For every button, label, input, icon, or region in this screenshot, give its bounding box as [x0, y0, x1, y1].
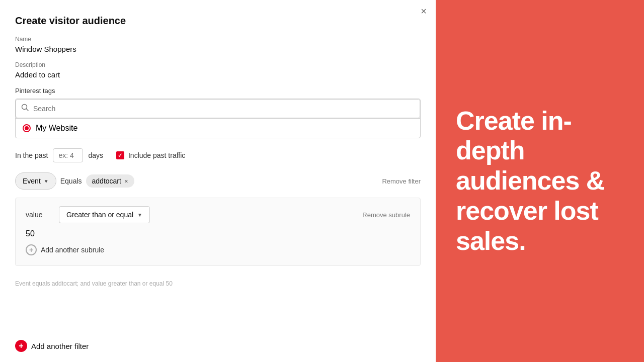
chevron-down-icon: ▼	[137, 212, 142, 218]
equals-label: Equals	[60, 177, 82, 185]
description-value: Added to cart	[15, 70, 421, 79]
name-value: Window Shoppers	[15, 45, 421, 53]
add-subrule-label: Add another subrule	[41, 246, 104, 254]
subrule-number: 50	[26, 229, 410, 238]
checkmark-icon: ✓	[118, 152, 122, 159]
search-box	[16, 99, 420, 118]
tags-container: My Website	[15, 99, 421, 138]
event-btn-label: Event	[23, 177, 41, 185]
remove-filter-button[interactable]: Remove filter	[382, 177, 421, 185]
tag-option-label: My Website	[36, 124, 77, 133]
include-past-row: ✓ Include past traffic	[116, 151, 185, 159]
greater-than-dropdown[interactable]: Greater than or equal ▼	[59, 206, 150, 223]
plus-circle-icon: +	[26, 244, 37, 255]
greater-than-label: Greater than or equal	[66, 211, 133, 219]
add-filter-label: Add another filter	[31, 342, 89, 350]
days-label: days	[88, 151, 103, 159]
summary-text: Event equals addtocart; and value greate…	[15, 280, 421, 287]
chip-remove-button[interactable]: ×	[124, 178, 128, 185]
add-filter-button[interactable]: + Add another filter	[15, 335, 421, 352]
close-button[interactable]: ×	[421, 6, 427, 16]
subrule-row: value Greater than or equal ▼ Remove sub…	[26, 206, 410, 223]
pinterest-tags-label: Pinterest tags	[15, 87, 421, 95]
name-label: Name	[15, 36, 421, 43]
tag-chip-value: addtocart	[92, 177, 121, 185]
event-dropdown-button[interactable]: Event ▼	[15, 172, 56, 190]
search-input[interactable]	[33, 105, 415, 113]
description-label: Description	[15, 61, 421, 68]
subrule-value-label: value	[26, 211, 51, 219]
modal-panel: × Create visitor audience Name Window Sh…	[0, 0, 436, 362]
search-icon	[21, 104, 29, 114]
include-past-label: Include past traffic	[128, 151, 185, 159]
radio-button[interactable]	[23, 124, 31, 132]
promo-panel: Create in-depth audiences & recover lost…	[436, 0, 644, 362]
add-subrule-button[interactable]: + Add another subrule	[26, 242, 104, 257]
past-row: In the past days ✓ Include past traffic	[15, 148, 421, 162]
modal-title: Create visitor audience	[15, 15, 421, 27]
chevron-down-icon: ▼	[44, 178, 49, 184]
promo-text: Create in-depth audiences & recover lost…	[456, 106, 624, 256]
svg-line-1	[27, 109, 29, 111]
tag-chip: addtocart ×	[86, 174, 134, 188]
tag-option[interactable]: My Website	[16, 118, 420, 138]
plus-red-icon: +	[15, 340, 27, 352]
past-label: In the past	[15, 151, 48, 159]
remove-subrule-button[interactable]: Remove subrule	[362, 211, 410, 219]
subrule-section: value Greater than or equal ▼ Remove sub…	[15, 198, 421, 266]
include-past-checkbox[interactable]: ✓	[116, 151, 124, 159]
days-input[interactable]	[53, 148, 83, 162]
filter-row: Event ▼ Equals addtocart × Remove filter	[15, 172, 421, 190]
